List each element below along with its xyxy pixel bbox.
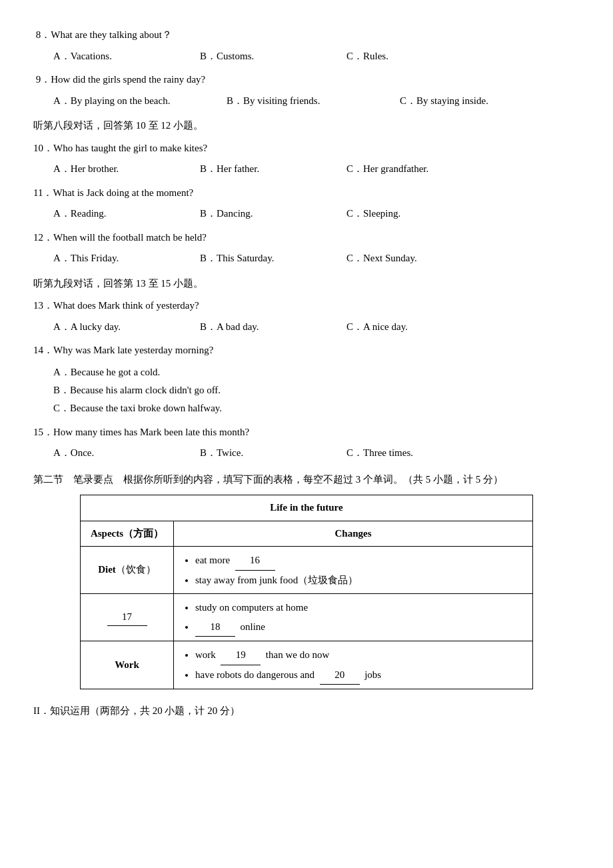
question-14-text: 14．Why was Mark late yesterday morning? — [33, 342, 580, 359]
q12-option-c: C．Next Sunday. — [346, 250, 493, 267]
q9-option-c: C．By staying inside. — [400, 93, 546, 110]
question-13-options: A．A lucky day. B．A bad day. C．A nice day… — [53, 319, 580, 336]
blank17-change-2: 18 online — [195, 617, 524, 637]
question-9: 9．How did the girls spend the rainy day?… — [33, 71, 580, 109]
table-row-blank17-aspect: 17 — [81, 594, 174, 641]
q10-option-c: C．Her grandfather. — [346, 161, 493, 178]
blank17-change-1: study on computers at home — [195, 598, 524, 617]
q14-option-a: A．Because he got a cold. — [53, 363, 580, 381]
section9-header: 听第九段对话，回答第 13 至 15 小题。 — [33, 275, 580, 293]
question-10-options: A．Her brother. B．Her father. C．Her grand… — [53, 161, 580, 178]
q8-option-a: A．Vacations. — [53, 48, 200, 65]
q11-option-b: B．Dancing. — [200, 205, 346, 223]
section2-header: 第二节 笔录要点 根据你所听到的内容，填写下面的表格，每空不超过 3 个单词。（… — [33, 471, 580, 489]
question-13: 13．What does Mark think of yesterday? A．… — [33, 297, 580, 335]
work-change-1: work 19 than we do now — [195, 645, 524, 665]
q13-option-b: B．A bad day. — [200, 319, 346, 336]
q12-option-a: A．This Friday. — [53, 250, 200, 267]
q12-option-b: B．This Saturday. — [200, 250, 346, 267]
question-12-text: 12．When will the football match be held? — [33, 229, 580, 247]
q11-option-c: C．Sleeping. — [346, 205, 493, 223]
work-change-2: have robots do dangerous and 20 jobs — [195, 665, 524, 685]
q15-option-c: C．Three times. — [346, 445, 493, 462]
table-row-work-changes: work 19 than we do now have robots do da… — [174, 641, 533, 689]
question-11-options: A．Reading. B．Dancing. C．Sleeping. — [53, 205, 580, 223]
q13-option-c: C．A nice day. — [346, 319, 493, 336]
question-9-text: 9．How did the girls spend the rainy day? — [33, 71, 580, 89]
question-15: 15．How many times has Mark been late thi… — [33, 424, 580, 462]
q10-option-a: A．Her brother. — [53, 161, 200, 178]
q11-option-a: A．Reading. — [53, 205, 200, 223]
q14-option-c: C．Because the taxi broke down halfway. — [53, 399, 580, 417]
table-row-diet-changes: eat more 16 stay away from junk food（垃圾食… — [174, 547, 533, 594]
q15-option-b: B．Twice. — [200, 445, 346, 462]
life-in-future-table: Life in the future Aspects（方面） Changes D… — [80, 495, 533, 689]
question-10: 10．Who has taught the girl to make kites… — [33, 140, 580, 178]
q10-option-b: B．Her father. — [200, 161, 346, 178]
question-14-options: A．Because he got a cold. B．Because his a… — [53, 363, 580, 417]
question-15-options: A．Once. B．Twice. C．Three times. — [53, 445, 580, 462]
question-10-text: 10．Who has taught the girl to make kites… — [33, 140, 580, 157]
question-12-options: A．This Friday. B．This Saturday. C．Next S… — [53, 250, 580, 267]
q9-option-b: B．By visiting friends. — [227, 93, 400, 110]
question-11-text: 11．What is Jack doing at the moment? — [33, 185, 580, 202]
table-row-blank17-changes: study on computers at home 18 online — [174, 594, 533, 641]
question-8-options: A．Vacations. B．Customs. C．Rules. — [53, 48, 580, 65]
q13-option-a: A．A lucky day. — [53, 319, 200, 336]
diet-change-1: eat more 16 — [195, 551, 524, 571]
table-col-changes: Changes — [174, 521, 533, 547]
question-9-options: A．By playing on the beach. B．By visiting… — [53, 93, 580, 110]
question-11: 11．What is Jack doing at the moment? A．R… — [33, 185, 580, 223]
question-13-text: 13．What does Mark think of yesterday? — [33, 297, 580, 315]
question-12: 12．When will the football match be held?… — [33, 229, 580, 267]
section-ii-header: II．知识运用（两部分，共 20 小题，计 20 分） — [33, 703, 580, 720]
section8-header: 听第八段对话，回答第 10 至 12 小题。 — [33, 117, 580, 135]
question-8-text: 8．What are they talking about？ — [33, 27, 580, 44]
table-title: Life in the future — [81, 495, 533, 521]
question-15-text: 15．How many times has Mark been late thi… — [33, 424, 580, 441]
table-row-diet-aspect: Diet（饮食） — [81, 547, 174, 594]
q8-option-c: C．Rules. — [346, 48, 493, 65]
diet-change-2: stay away from junk food（垃圾食品） — [195, 571, 524, 590]
q14-option-b: B．Because his alarm clock didn't go off. — [53, 381, 580, 399]
question-14: 14．Why was Mark late yesterday morning? … — [33, 342, 580, 417]
q9-option-a: A．By playing on the beach. — [53, 93, 227, 110]
table-col-aspect: Aspects（方面） — [81, 521, 174, 547]
question-8: 8．What are they talking about？ A．Vacatio… — [33, 27, 580, 65]
table-row-work-aspect: Work — [81, 641, 174, 689]
q15-option-a: A．Once. — [53, 445, 200, 462]
q8-option-b: B．Customs. — [200, 48, 346, 65]
